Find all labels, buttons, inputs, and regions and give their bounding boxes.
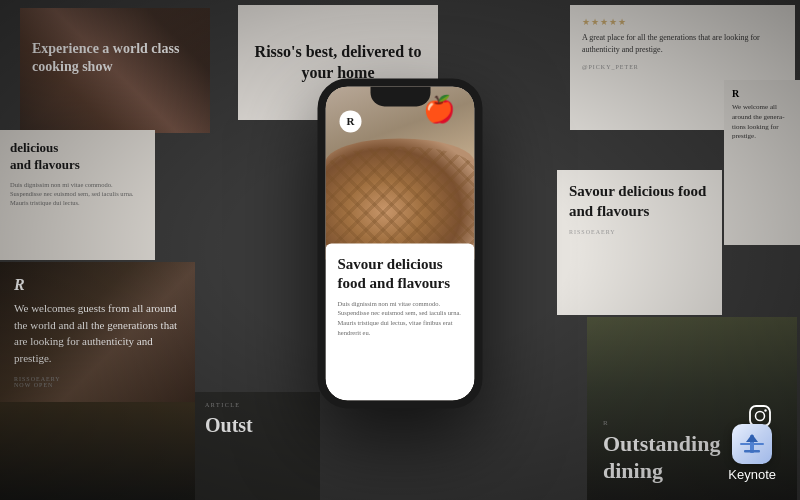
phone-bottom-card: Savour delicious food and flavours Duis … [326,243,475,400]
savour-right-title: Savour delicious food and flavours [569,182,710,221]
svg-marker-5 [746,434,758,442]
phone-screen-logo: R [340,110,362,132]
cooking-show-title: Experience a world class cooking show [32,40,198,76]
phone-body: 🍎 R Savour delicious food and flavours D… [318,78,483,408]
card-welcome-dark: R We welcomes guests from all around the… [0,262,195,500]
card-article: ARTICLE Outst­ [195,392,320,500]
keynote-app-icon [732,424,772,464]
flavours-title: deliciousand flavours [10,140,145,174]
welcome-tag: RISSOEAERYNOW OPEN [14,376,181,388]
narrow-logo: R [732,88,792,99]
delivery-title: Risso's best, delivered to your home [254,42,422,84]
phone-card-title: Savour delicious food and flavours [338,255,463,293]
card-welcome-narrow: R We welco­me all around the gene­ra­tio… [724,80,800,245]
article-tag: ARTICLE [205,402,310,408]
phone-card-text: Duis dignissim non mi vitae commodo. Sus… [338,299,463,338]
phone-screen: 🍎 R Savour delicious food and flavours D… [326,86,475,400]
welcome-text: We welcomes guests from all around the w… [14,300,181,366]
phone-photo-bg: 🍎 R [326,86,475,259]
welcome-logo: R [14,276,181,294]
reviewer-handle: @Picky_Peter [582,64,783,70]
phone-r-badge: R [340,110,362,132]
article-title: Outst­ [205,414,310,437]
svg-rect-6 [744,450,760,453]
star-rating: ★★★★★ [582,17,783,27]
keynote-logo-area: Keynote [728,424,776,482]
card-savour-right: Savour delicious food and flavours RISSO… [557,170,722,315]
phone-mockup: 🍎 R Savour delicious food and flavours D… [318,78,483,408]
keynote-label: Keynote [728,467,776,482]
svg-point-2 [764,409,766,411]
svg-rect-0 [750,406,770,426]
card-flavours-light: deliciousand flavours Duis dignissim non… [0,130,155,260]
svg-point-1 [756,412,765,421]
narrow-text: We welco­me all around the gene­ra­tions… [732,103,792,142]
review-text: A great place for all the generations th… [582,32,783,56]
flavours-text: Duis dignissim non mi vitae commodo. Sus… [10,180,145,207]
card-cooking-show: Experience a world class cooking show [20,8,210,133]
phone-notch [370,86,430,106]
phone-side-button [481,166,483,206]
savour-right-tag: RISSOEAERY [569,229,710,235]
